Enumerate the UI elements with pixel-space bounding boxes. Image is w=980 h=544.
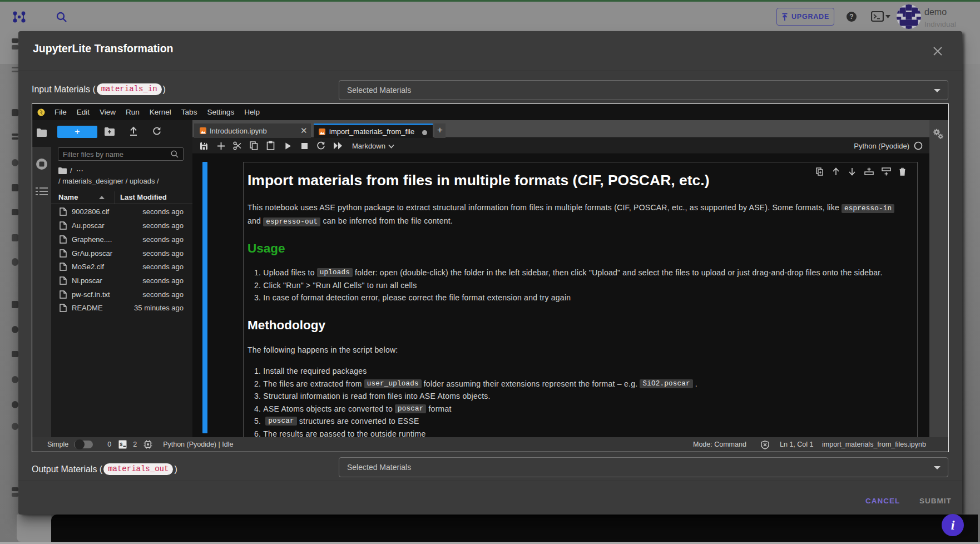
svg-text:$: $ [120,442,122,448]
